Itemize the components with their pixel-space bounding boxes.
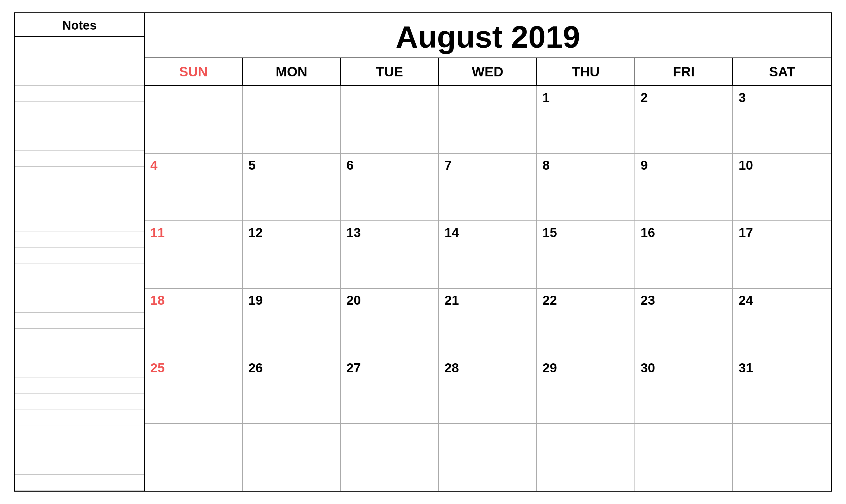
- week-row: 11121314151617: [145, 221, 831, 289]
- notes-line[interactable]: [15, 86, 144, 102]
- day-cell[interactable]: 26: [243, 356, 341, 424]
- notes-line[interactable]: [15, 394, 144, 410]
- notes-line[interactable]: [15, 167, 144, 183]
- day-cell[interactable]: [537, 424, 635, 491]
- day-cell[interactable]: 2: [635, 86, 733, 153]
- notes-line[interactable]: [15, 442, 144, 458]
- week-row: 45678910: [145, 154, 831, 221]
- week-row: 18192021222324: [145, 289, 831, 356]
- notes-section: Notes: [15, 13, 145, 491]
- day-cell[interactable]: 30: [635, 356, 733, 424]
- notes-line[interactable]: [15, 361, 144, 377]
- notes-line[interactable]: [15, 102, 144, 118]
- day-header: SAT: [733, 58, 831, 85]
- notes-lines: [15, 37, 144, 491]
- calendar-grid: SUNMONTUEWEDTHUFRISAT 123456789101112131…: [145, 58, 831, 491]
- day-cell[interactable]: 13: [341, 221, 439, 288]
- day-cell[interactable]: [635, 424, 733, 491]
- day-cell[interactable]: 3: [733, 86, 831, 153]
- day-cell[interactable]: [145, 86, 243, 153]
- notes-line[interactable]: [15, 215, 144, 232]
- day-cell[interactable]: 8: [537, 154, 635, 221]
- notes-line[interactable]: [15, 377, 144, 394]
- notes-line[interactable]: [15, 329, 144, 345]
- day-cell[interactable]: 31: [733, 356, 831, 424]
- day-cell[interactable]: 20: [341, 289, 439, 356]
- day-cell[interactable]: 10: [733, 154, 831, 221]
- day-cell[interactable]: [439, 424, 537, 491]
- day-headers: SUNMONTUEWEDTHUFRISAT: [145, 58, 831, 86]
- day-cell[interactable]: 27: [341, 356, 439, 424]
- day-cell[interactable]: 7: [439, 154, 537, 221]
- notes-line[interactable]: [15, 69, 144, 86]
- notes-line[interactable]: [15, 118, 144, 134]
- day-cell[interactable]: 17: [733, 221, 831, 288]
- day-cell[interactable]: 28: [439, 356, 537, 424]
- day-cell[interactable]: 16: [635, 221, 733, 288]
- day-cell[interactable]: 12: [243, 221, 341, 288]
- day-cell[interactable]: 4: [145, 154, 243, 221]
- week-row: 25262728293031: [145, 356, 831, 424]
- day-cell[interactable]: 14: [439, 221, 537, 288]
- notes-line[interactable]: [15, 37, 144, 53]
- notes-line[interactable]: [15, 345, 144, 361]
- day-cell[interactable]: 5: [243, 154, 341, 221]
- day-cell[interactable]: 23: [635, 289, 733, 356]
- day-cell[interactable]: [733, 424, 831, 491]
- week-row: [145, 424, 831, 491]
- notes-line[interactable]: [15, 248, 144, 264]
- day-cell[interactable]: 15: [537, 221, 635, 288]
- day-cell[interactable]: [243, 86, 341, 153]
- calendar-title: August 2019: [145, 13, 831, 58]
- notes-line[interactable]: [15, 410, 144, 426]
- day-header: THU: [537, 58, 635, 85]
- page-container: Notes August 2019 SUNMONTUEWEDTHUFRISAT …: [14, 13, 832, 491]
- day-cell[interactable]: 9: [635, 154, 733, 221]
- day-header: FRI: [635, 58, 733, 85]
- notes-header: Notes: [15, 13, 144, 37]
- day-cell[interactable]: [243, 424, 341, 491]
- notes-line[interactable]: [15, 134, 144, 150]
- notes-line[interactable]: [15, 475, 144, 491]
- day-cell[interactable]: 21: [439, 289, 537, 356]
- notes-line[interactable]: [15, 264, 144, 280]
- day-cell[interactable]: 29: [537, 356, 635, 424]
- day-cell[interactable]: 11: [145, 221, 243, 288]
- week-row: 123: [145, 86, 831, 154]
- day-header: WED: [439, 58, 537, 85]
- notes-line[interactable]: [15, 150, 144, 167]
- notes-line[interactable]: [15, 53, 144, 70]
- calendar-section: August 2019 SUNMONTUEWEDTHUFRISAT 123456…: [145, 13, 831, 491]
- day-cell[interactable]: 19: [243, 289, 341, 356]
- day-cell[interactable]: 18: [145, 289, 243, 356]
- notes-line[interactable]: [15, 280, 144, 296]
- day-cell[interactable]: 6: [341, 154, 439, 221]
- day-cell[interactable]: [145, 424, 243, 491]
- notes-line[interactable]: [15, 312, 144, 329]
- notes-line[interactable]: [15, 231, 144, 248]
- day-cell[interactable]: [439, 86, 537, 153]
- day-cell[interactable]: 22: [537, 289, 635, 356]
- day-header: SUN: [145, 58, 243, 85]
- day-cell[interactable]: [341, 424, 439, 491]
- day-cell[interactable]: 1: [537, 86, 635, 153]
- notes-line[interactable]: [15, 183, 144, 199]
- notes-line[interactable]: [15, 296, 144, 312]
- notes-line[interactable]: [15, 426, 144, 442]
- weeks-container: 1234567891011121314151617181920212223242…: [145, 86, 831, 491]
- day-cell[interactable]: [341, 86, 439, 153]
- notes-line[interactable]: [15, 199, 144, 215]
- day-cell[interactable]: 25: [145, 356, 243, 424]
- day-header: MON: [243, 58, 341, 85]
- day-header: TUE: [341, 58, 439, 85]
- day-cell[interactable]: 24: [733, 289, 831, 356]
- notes-line[interactable]: [15, 458, 144, 475]
